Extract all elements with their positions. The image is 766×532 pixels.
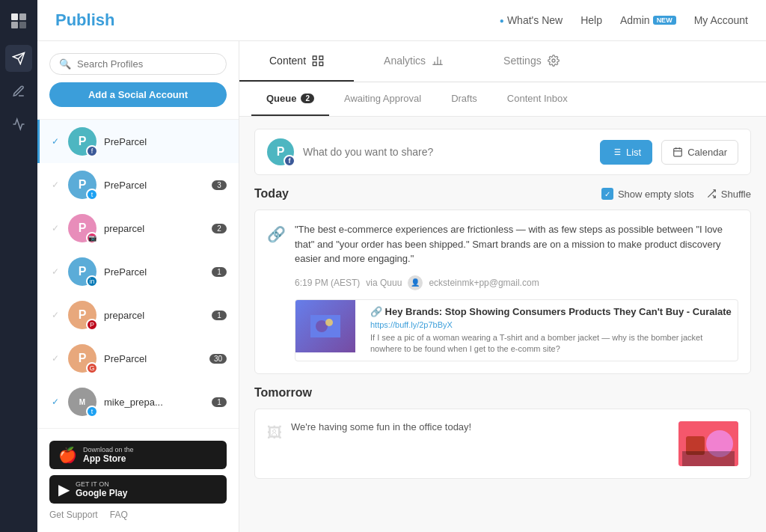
compose-avatar: P f: [267, 138, 294, 165]
svg-point-29: [325, 319, 333, 326]
subtab-awaiting-approval[interactable]: Awaiting Approval: [329, 82, 436, 116]
compose-input[interactable]: [303, 146, 591, 158]
check-icon: ✓: [52, 353, 59, 364]
svg-rect-1: [19, 13, 26, 20]
app-store-button[interactable]: 🍎 Download on the App Store: [49, 441, 227, 469]
avatar: M t: [68, 388, 96, 416]
profile-item[interactable]: ✓ P f PreParcel: [37, 120, 239, 163]
check-icon: ✓: [52, 223, 59, 233]
show-empty-checkbox[interactable]: ✓: [601, 188, 613, 200]
queue-area: P f List: [239, 117, 766, 532]
post-preview-url[interactable]: https://buff.ly/2p7bByX: [370, 320, 732, 329]
google-play-button[interactable]: ▶ GET IT ON Google Play: [49, 475, 227, 504]
main-wrapper: Publish ● What's New Help Admin NEW My A…: [37, 0, 766, 532]
top-nav-links: ● What's New Help Admin NEW My Account: [500, 14, 748, 26]
profile-count: 3: [212, 180, 227, 190]
app-logo-icon[interactable]: [7, 9, 31, 33]
post-preview-text: 🔗 Hey Brands: Stop Showing Consumers Pro…: [364, 300, 738, 361]
tab-settings[interactable]: Settings: [474, 41, 589, 82]
main-content: Content Analytics Settings: [239, 41, 766, 532]
list-view-button[interactable]: List: [600, 140, 652, 165]
profile-name: mike_prepa...: [104, 397, 204, 408]
post-preview-desc: If I see a pic of a woman wearing a T-sh…: [370, 332, 732, 355]
help-link[interactable]: Help: [580, 14, 602, 26]
profile-item[interactable]: ✓ P t PreParcel 3: [37, 163, 239, 207]
svg-rect-6: [313, 56, 316, 60]
subtab-content-inbox[interactable]: Content Inbox: [492, 82, 583, 116]
main-tab-bar: Content Analytics Settings: [239, 41, 766, 82]
tomorrow-title: Tomorrow: [254, 386, 312, 400]
profile-name: PreParcel: [104, 136, 227, 147]
avatar: P t: [68, 171, 96, 199]
check-icon: ✓: [52, 136, 59, 147]
my-account-link[interactable]: My Account: [694, 14, 748, 26]
subtab-drafts[interactable]: Drafts: [436, 82, 492, 116]
compose-fb-badge-icon: f: [284, 155, 295, 167]
nav-analytics-icon[interactable]: [5, 111, 32, 138]
profile-item[interactable]: ✓ M t mike_prepa... 1: [37, 380, 239, 424]
check-icon: ✓: [52, 180, 59, 190]
search-input[interactable]: [77, 58, 217, 70]
post-text: "The best e-commerce experiences are fri…: [295, 222, 738, 266]
app-store-small-text: Download on the: [83, 446, 134, 453]
search-icon: 🔍: [59, 58, 71, 70]
add-social-account-button[interactable]: Add a Social Account: [49, 82, 227, 107]
avatar: P P: [68, 301, 96, 329]
google-play-icon: ▶: [58, 480, 70, 498]
list-icon: [611, 147, 622, 157]
avatar: P f: [68, 127, 96, 156]
profile-item[interactable]: ✓ P G PreParcel 30: [37, 337, 239, 380]
svg-rect-3: [19, 22, 26, 28]
post-preview: 🔗 Hey Brands: Stop Showing Consumers Pro…: [295, 299, 738, 362]
linkedin-badge-icon: in: [86, 275, 98, 287]
tomorrow-image: [678, 421, 738, 466]
twitter-badge-icon: t: [86, 189, 98, 201]
nav-publish-icon[interactable]: [5, 45, 32, 72]
profile-name: PreParcel: [104, 180, 204, 191]
app-title: Publish: [55, 10, 114, 30]
admin-link[interactable]: Admin NEW: [620, 14, 676, 26]
apple-icon: 🍎: [58, 446, 77, 464]
settings-icon: [548, 55, 560, 67]
profile-item[interactable]: ✓ P P preparcel 1: [37, 293, 239, 337]
analytics-icon: [432, 55, 444, 67]
tomorrow-section-header: Tomorrow: [254, 386, 751, 400]
calendar-icon: [672, 147, 683, 157]
post-preview-image: [295, 300, 355, 352]
whats-new-link[interactable]: ● What's New: [500, 14, 563, 26]
search-box[interactable]: 🔍: [49, 53, 227, 75]
admin-new-badge: NEW: [653, 16, 676, 25]
shuffle-button[interactable]: Shuffle: [706, 189, 751, 200]
tomorrow-text: We're having some fun in the office toda…: [291, 421, 670, 466]
tab-analytics[interactable]: Analytics: [354, 41, 474, 82]
profile-count: 2: [212, 224, 227, 233]
calendar-view-button[interactable]: Calendar: [661, 140, 738, 165]
profile-name: PreParcel: [104, 353, 202, 364]
profile-count: 1: [212, 397, 227, 407]
svg-rect-7: [319, 56, 323, 60]
app-store-big-text: App Store: [83, 453, 134, 464]
svg-rect-9: [319, 62, 323, 66]
profile-item[interactable]: ✓ P 📷 preparcel 2: [37, 207, 239, 250]
post-preview-title: 🔗 Hey Brands: Stop Showing Consumers Pro…: [370, 306, 732, 317]
instagram-badge-icon: 📷: [86, 232, 98, 244]
show-empty-slots[interactable]: ✓ Show empty slots: [601, 188, 694, 200]
tab-content[interactable]: Content: [239, 41, 354, 82]
today-controls: ✓ Show empty slots Shuffle: [601, 188, 751, 200]
content-icon: [312, 55, 324, 67]
profile-item[interactable]: ✓ P in PreParcel 1: [37, 250, 239, 293]
avatar: P in: [68, 257, 96, 286]
profile-list: ✓ P f PreParcel ✓ P t PreParcel 3: [37, 120, 239, 428]
get-support-link[interactable]: Get Support: [49, 510, 98, 520]
profile-name: preparcel: [104, 310, 204, 321]
shuffle-icon: [706, 189, 717, 199]
content-area: 🔍 Add a Social Account ✓ P f PreParcel: [37, 41, 766, 532]
today-section-header: Today ✓ Show empty slots Shuffle: [254, 187, 751, 201]
sidebar: 🔍 Add a Social Account ✓ P f PreParcel: [37, 41, 239, 532]
subtab-queue[interactable]: Queue 2: [251, 82, 329, 116]
image-placeholder-icon: 🖼: [267, 421, 282, 466]
nav-edit-icon[interactable]: [5, 78, 32, 105]
faq-link[interactable]: FAQ: [110, 510, 128, 520]
avatar: P G: [68, 344, 96, 373]
svg-point-14: [552, 59, 555, 62]
